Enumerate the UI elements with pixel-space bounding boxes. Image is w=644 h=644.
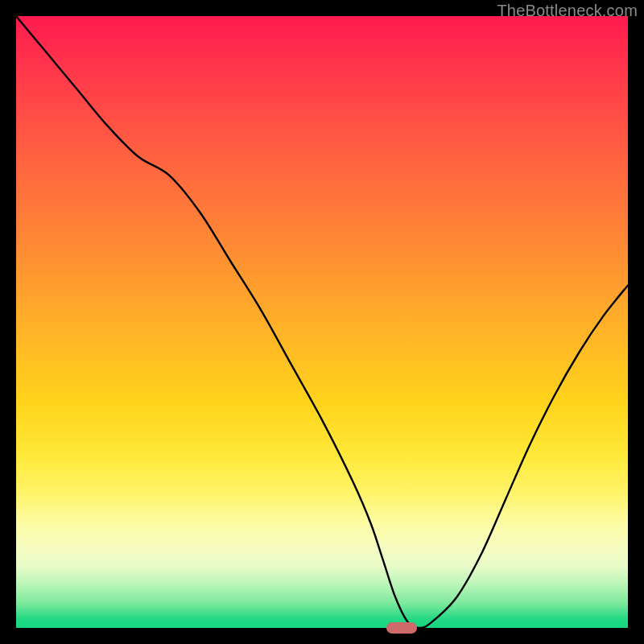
plot-area xyxy=(16,16,628,628)
curve-path xyxy=(16,16,628,628)
watermark-text: TheBottleneck.com xyxy=(497,2,638,20)
optimal-marker xyxy=(386,622,417,634)
bottleneck-curve xyxy=(16,16,628,628)
chart-frame: TheBottleneck.com xyxy=(0,0,644,644)
